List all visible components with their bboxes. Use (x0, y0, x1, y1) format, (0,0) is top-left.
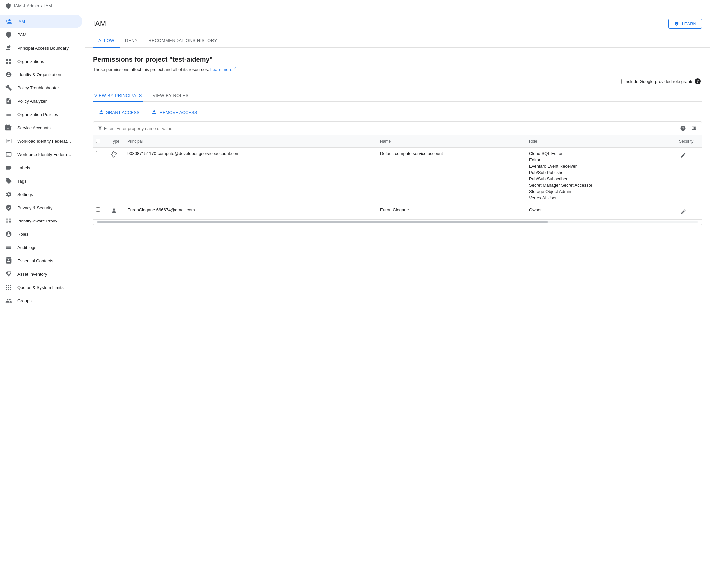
remove-access-button[interactable]: REMOVE ACCESS (147, 107, 202, 117)
sidebar-label-roles: Roles (17, 232, 28, 237)
grid-small-icon (5, 284, 12, 291)
main-tabs: ALLOW DENY RECOMMENDATIONS HISTORY (85, 34, 710, 48)
manage-accounts-icon (5, 45, 12, 51)
sidebar-item-settings[interactable]: Settings (0, 188, 82, 201)
row1-checkbox-cell (94, 148, 107, 204)
row1-checkbox[interactable] (96, 151, 100, 155)
role-item: Pub/Sub Subscriber (529, 176, 671, 181)
row2-edit-button[interactable] (679, 207, 688, 216)
list-alt-icon (5, 111, 12, 118)
sidebar-label-essential-contacts: Essential Contacts (17, 259, 53, 263)
badge-icon (5, 124, 12, 131)
table-row: EuronClegane.666674@gmail.com Euron Cleg… (94, 204, 702, 220)
sidebar-label-tags: Tags (17, 178, 26, 183)
role-item: Eventarc Event Receiver (529, 164, 671, 169)
tab-deny[interactable]: DENY (120, 34, 143, 48)
sub-tab-view-by-roles[interactable]: VIEW BY ROLES (151, 90, 190, 102)
row2-checkbox[interactable] (96, 207, 100, 212)
sidebar: IAM PAM Principal Access Boundary Organi… (0, 12, 85, 588)
learn-more-link[interactable]: Learn more ↗ (210, 67, 237, 72)
sidebar-item-organization-policies[interactable]: Organization Policies (0, 108, 82, 121)
filter-bar: Filter (94, 122, 702, 136)
table-header-row: Type Principal ↑ Name Role (94, 136, 702, 148)
filter-input[interactable] (116, 126, 677, 131)
include-google-roles-checkbox[interactable] (616, 79, 622, 84)
row2-roles-cell: Owner (525, 204, 675, 220)
gear-icon (5, 191, 12, 198)
sidebar-item-labels[interactable]: Labels (0, 161, 82, 174)
grid-check-icon (5, 218, 12, 224)
columns-icon[interactable] (690, 124, 698, 132)
id-card-2-icon (5, 151, 12, 157)
sub-tab-view-by-principals[interactable]: VIEW BY PRINCIPALS (93, 90, 143, 102)
row2-type-cell (107, 204, 123, 220)
filter-label: Filter (104, 126, 114, 131)
sidebar-item-organizations[interactable]: Organizations (0, 54, 82, 68)
principals-table: Type Principal ↑ Name Role (94, 136, 702, 219)
sidebar-label-policy-analyzer: Policy Analyzer (17, 99, 47, 104)
list-lines-icon (5, 244, 12, 251)
sidebar-item-policy-troubleshooter[interactable]: Policy Troubleshooter (0, 81, 82, 95)
sidebar-item-workforce-identity[interactable]: Workforce Identity Federa… (0, 148, 82, 161)
sidebar-item-asset-inventory[interactable]: Asset Inventory (0, 267, 82, 281)
tab-allow[interactable]: ALLOW (93, 34, 120, 48)
sidebar-item-groups[interactable]: Groups (0, 294, 82, 307)
row1-security-cell (675, 148, 702, 204)
row1-edit-button[interactable] (679, 151, 688, 160)
permissions-title: Permissions for project "test-aidemy" (93, 55, 702, 63)
shield-icon (5, 3, 11, 9)
select-all-checkbox[interactable] (96, 139, 100, 143)
sidebar-item-workload-identity[interactable]: Workload Identity Federat… (0, 134, 82, 148)
tab-recommendations-history[interactable]: RECOMMENDATIONS HISTORY (143, 34, 222, 48)
col-checkbox (94, 136, 107, 148)
help-icon[interactable]: ? (695, 78, 701, 84)
grant-access-button[interactable]: GRANT ACCESS (93, 107, 144, 117)
user-icon (111, 209, 117, 215)
col-type: Type (107, 136, 123, 148)
sidebar-item-principal-access-boundary[interactable]: Principal Access Boundary (0, 41, 82, 54)
role-item: Owner (529, 207, 671, 212)
sidebar-item-identity-organization[interactable]: Identity & Organization (0, 68, 82, 81)
sidebar-item-service-accounts[interactable]: Service Accounts (0, 121, 82, 134)
scroll-thumb[interactable] (97, 221, 548, 223)
sidebar-item-pam[interactable]: PAM (0, 28, 82, 41)
row1-roles-cell: Cloud SQL Editor Editor Eventarc Event R… (525, 148, 675, 204)
sidebar-label-workload-identity: Workload Identity Federat… (17, 139, 71, 144)
diamond-icon (5, 271, 12, 277)
grant-icon (98, 109, 104, 116)
topbar: IAM & Admin / IAM (0, 0, 710, 12)
sidebar-item-tags[interactable]: Tags (0, 174, 82, 188)
include-google-roles-label[interactable]: Include Google-provided role grants (616, 79, 693, 84)
shield-check-icon (5, 204, 12, 211)
content-body: Permissions for project "test-aidemy" Th… (85, 48, 710, 233)
sidebar-item-privacy-security[interactable]: Privacy & Security (0, 201, 82, 214)
sidebar-item-iam[interactable]: IAM (0, 15, 82, 28)
remove-access-label: REMOVE ACCESS (160, 110, 197, 115)
sidebar-label-organizations: Organizations (17, 59, 44, 64)
row1-type-cell (107, 148, 123, 204)
sidebar-label-quotas: Quotas & System Limits (17, 285, 64, 290)
row2-role-list: Owner (529, 207, 671, 212)
sidebar-label-audit-logs: Audit logs (17, 245, 36, 250)
learn-button[interactable]: LEARN (668, 19, 702, 29)
row2-name-cell: Euron Clegane (376, 204, 525, 220)
breadcrumb-iam-admin[interactable]: IAM & Admin (14, 3, 39, 8)
sidebar-item-roles[interactable]: Roles (0, 227, 82, 241)
sidebar-item-quotas[interactable]: Quotas & System Limits (0, 281, 82, 294)
row2-security-cell (675, 204, 702, 220)
horizontal-scrollbar[interactable] (94, 219, 702, 225)
sidebar-item-identity-aware-proxy[interactable]: Identity-Aware Proxy (0, 214, 82, 227)
sub-tabs: VIEW BY PRINCIPALS VIEW BY ROLES (93, 90, 702, 102)
sidebar-item-essential-contacts[interactable]: Essential Contacts (0, 254, 82, 267)
role-item: Secret Manager Secret Accessor (529, 182, 671, 188)
role-item: Vertex AI User (529, 195, 671, 200)
external-link-icon: ↗ (234, 66, 237, 70)
col-principal[interactable]: Principal ↑ (123, 136, 376, 148)
sidebar-label-labels: Labels (17, 165, 30, 170)
sidebar-item-audit-logs[interactable]: Audit logs (0, 241, 82, 254)
sidebar-item-policy-analyzer[interactable]: Policy Analyzer (0, 95, 82, 108)
row1-role-list: Cloud SQL Editor Editor Eventarc Event R… (529, 151, 671, 200)
role-item: Editor (529, 157, 671, 162)
help-table-icon[interactable] (679, 124, 687, 132)
include-google-roles-row: Include Google-provided role grants ? (93, 78, 702, 84)
